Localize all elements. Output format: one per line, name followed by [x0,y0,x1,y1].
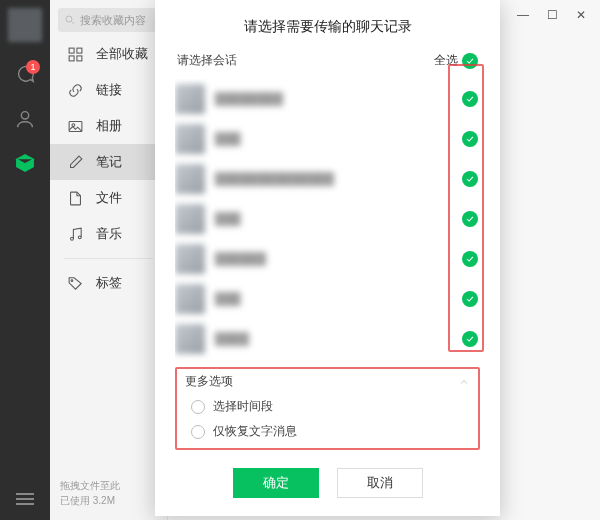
check-icon[interactable] [462,131,478,147]
chat-name: ███ [215,292,452,306]
check-icon[interactable] [462,171,478,187]
chat-row[interactable]: ██████ [175,239,480,279]
chat-name: ████ [215,332,452,346]
chat-name: ████████ [215,92,452,106]
chat-name: ██████████████ [215,172,452,186]
chat-row[interactable]: ████ [175,319,480,359]
chat-avatar [175,124,205,154]
chat-name: ██████ [215,252,452,266]
chat-avatar [175,324,205,354]
chat-row[interactable]: ██████████████ [175,159,480,199]
select-all-label: 全选 [434,52,458,69]
dialog-title: 请选择需要传输的聊天记录 [155,0,500,46]
select-chats-label: 请选择会话 [177,52,237,69]
chat-avatar [175,204,205,234]
chevron-up-icon [458,376,470,388]
option-text-only[interactable]: 仅恢复文字消息 [185,423,470,440]
chat-avatar [175,84,205,114]
chat-avatar [175,244,205,274]
chat-avatar [175,164,205,194]
more-options-label: 更多选项 [185,373,233,390]
chat-list: ████████████████████████████████████████… [175,79,480,365]
check-icon[interactable] [462,211,478,227]
check-icon[interactable] [462,291,478,307]
cancel-button[interactable]: 取消 [337,468,423,498]
chat-row[interactable]: ███ [175,279,480,319]
chat-row[interactable]: ███ [175,119,480,159]
check-icon [462,53,478,69]
check-icon[interactable] [462,251,478,267]
more-options-toggle[interactable]: 更多选项 [185,373,470,390]
option-time-range[interactable]: 选择时间段 [185,398,470,415]
check-icon[interactable] [462,331,478,347]
ok-button[interactable]: 确定 [233,468,319,498]
select-all[interactable]: 全选 [434,52,478,69]
check-icon[interactable] [462,91,478,107]
chat-row[interactable]: ████████ [175,79,480,119]
chat-avatar [175,284,205,314]
radio-icon [191,425,205,439]
radio-icon [191,400,205,414]
chat-name: ███ [215,212,452,226]
transfer-dialog: 请选择需要传输的聊天记录 请选择会话 全选 ██████████████████… [155,0,500,516]
chat-name: ███ [215,132,452,146]
chat-row[interactable]: ███ [175,199,480,239]
